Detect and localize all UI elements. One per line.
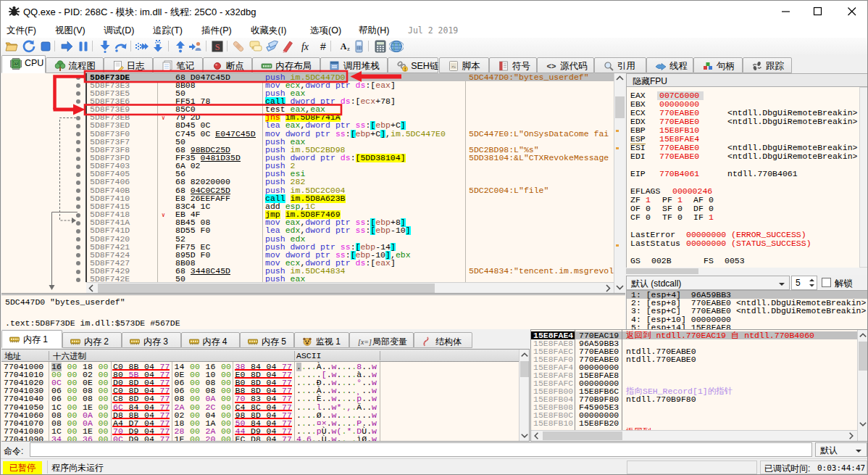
- scylla-button[interactable]: S: [210, 39, 225, 54]
- open-folder-button[interactable]: [4, 39, 19, 54]
- scroll-right-button[interactable]: [603, 283, 614, 294]
- tab-SEH链[interactable]: !SEH链: [388, 57, 438, 73]
- calculator-button[interactable]: [373, 39, 388, 54]
- restart-button[interactable]: [22, 39, 36, 54]
- menu-8[interactable]: 帮助(H): [359, 25, 389, 37]
- hash-button[interactable]: #: [316, 39, 330, 54]
- tab-源代码[interactable]: <>源代码: [537, 57, 594, 73]
- scroll-thumb[interactable]: [615, 96, 625, 118]
- dump-row[interactable]: 770410501C001E006C8404772A002C00C48C0477…: [1, 403, 530, 411]
- scroll-down-button[interactable]: [858, 419, 868, 429]
- registers-hscrollbar[interactable]: [626, 268, 868, 275]
- disasm-vscrollbar[interactable]: [614, 73, 625, 293]
- tab-结构体[interactable]: 结构体: [414, 332, 472, 348]
- step-out-button[interactable]: [151, 39, 165, 54]
- scroll-thumb[interactable]: [859, 342, 867, 371]
- scroll-up-button[interactable]: [858, 331, 868, 341]
- stack-view[interactable]: 15E8FAE4770EAC19返回到 ntdll.770EAC19 自 ntd…: [530, 329, 868, 442]
- dump-row[interactable]: 770410200C000E00D08D047706000800B08D0477…: [1, 379, 530, 387]
- labels-button[interactable]: [264, 39, 279, 54]
- minimize-button[interactable]: [769, 1, 802, 22]
- menu-7[interactable]: 选项(O): [310, 25, 341, 37]
- scroll-thumb[interactable]: [543, 431, 622, 440]
- tab-内存 3[interactable]: 内存 3: [122, 332, 181, 348]
- stack-row[interactable]: 15E8FB1015E8FB20: [531, 419, 868, 427]
- unlock-checkbox[interactable]: [822, 278, 831, 287]
- scroll-thumb[interactable]: [98, 284, 435, 293]
- menu-4[interactable]: 追踪(T): [153, 25, 183, 37]
- scroll-down-button[interactable]: [519, 431, 530, 441]
- dump-row[interactable]: 770410801C001E0070D9047728002A0044D90477…: [1, 427, 530, 435]
- tab-内存 1[interactable]: 内存 1: [1, 330, 62, 348]
- dump-row[interactable]: 7704101000000200805B04770E001000E08D0477…: [1, 371, 530, 379]
- stack-vscrollbar[interactable]: [857, 330, 868, 441]
- run-to-user-code-button[interactable]: [188, 39, 202, 54]
- command-input[interactable]: [30, 442, 812, 457]
- fx-functions-button[interactable]: fx: [298, 39, 312, 54]
- calling-convention-combo[interactable]: 默认 (stdcall): [626, 276, 790, 290]
- run-button[interactable]: [59, 39, 74, 54]
- dump-row[interactable]: 7704106008000A00D88B047702000400988D0477…: [1, 411, 530, 419]
- tab-引用[interactable]: 引用: [594, 57, 646, 73]
- patches-button[interactable]: [231, 39, 246, 54]
- dump-row[interactable]: 7704100016001800C08B04771400160038840477…: [1, 363, 530, 371]
- tab-日志[interactable]: 日志: [104, 57, 154, 73]
- stop-button[interactable]: [38, 39, 53, 54]
- tab-监视 1[interactable]: 监视 1: [294, 332, 349, 348]
- pause-button[interactable]: [76, 39, 91, 54]
- comment-button[interactable]: [249, 39, 263, 54]
- menu-3[interactable]: 调试(D): [104, 25, 134, 37]
- memory-dump-view[interactable]: 地址十六进制ASCII7704100016001800C08B047714001…: [1, 349, 530, 442]
- tab-断点[interactable]: 断点: [203, 57, 253, 73]
- tab-线程[interactable]: 线程: [646, 57, 693, 73]
- arguments-view[interactable]: 1: [esp+4] 96A59BB32: [esp+8] 770EABE0 <…: [626, 290, 868, 331]
- disassembly-view[interactable]: 5D8F73DE68 D047C45Dpush im.5DC447D05DC44…: [1, 73, 625, 294]
- globe-button[interactable]: [389, 39, 404, 54]
- run-to-selection-button[interactable]: [135, 39, 149, 54]
- menu-6[interactable]: 收藏夹(I): [251, 25, 286, 37]
- scroll-thumb[interactable]: [520, 361, 529, 377]
- scroll-left-button[interactable]: [86, 283, 97, 294]
- stack-hscrollbar[interactable]: [531, 430, 857, 441]
- dump-row[interactable]: 77041090340036000CD904771E002000ECD80477…: [1, 435, 530, 442]
- tab-内存 5[interactable]: 内存 5: [240, 332, 294, 348]
- step-over-button[interactable]: [114, 39, 128, 54]
- hide-fpu-button[interactable]: 隐藏FPU: [626, 73, 868, 87]
- tab-句柄[interactable]: 句柄: [693, 57, 743, 73]
- tab-脚本[interactable]: <›脚本: [439, 57, 489, 73]
- tab-跟踪[interactable]: 跟踪: [743, 57, 792, 73]
- scroll-left-button[interactable]: [532, 431, 542, 441]
- dump-row[interactable]: 7704103006000800C08D047706000800B88D0477…: [1, 387, 530, 395]
- registers-view[interactable]: EAX007C6000EBX00000000ECX770EABE0<ntdll.…: [626, 87, 868, 274]
- dump-row[interactable]: 7704104006000800C88D047708000A0070830477…: [1, 395, 530, 402]
- tab-符号[interactable]: 符号: [489, 57, 537, 73]
- menu-2[interactable]: 视图(V): [55, 25, 85, 37]
- tab-笔记[interactable]: 笔记: [153, 57, 203, 73]
- step-into-button[interactable]: [98, 39, 112, 54]
- menu-1[interactable]: 文件(F): [7, 25, 36, 37]
- tab-CPU[interactable]: 32CPU: [1, 55, 46, 73]
- az-strings-button[interactable]: Az: [337, 39, 351, 54]
- scroll-up-button[interactable]: [614, 73, 625, 84]
- highlight-button[interactable]: [280, 39, 295, 54]
- args-count-spinner[interactable]: 5: [791, 276, 817, 290]
- scroll-down-button[interactable]: [614, 282, 625, 293]
- tab-内存布局[interactable]: 内存布局: [252, 57, 320, 73]
- tab-流程图[interactable]: 流程图: [46, 57, 104, 73]
- handles-phone-button[interactable]: [352, 39, 367, 54]
- tab-内存 2[interactable]: 内存 2: [62, 332, 122, 348]
- dump-vscrollbar[interactable]: [519, 350, 530, 442]
- tab-局部变量[interactable]: [x=]局部变量: [349, 332, 414, 348]
- tab-内存 4[interactable]: 内存 4: [181, 332, 241, 348]
- scroll-thumb[interactable]: [626, 268, 698, 274]
- registers-vscrollbar[interactable]: [859, 87, 868, 268]
- disasm-hscrollbar[interactable]: [86, 282, 614, 293]
- command-combo[interactable]: 默认: [815, 442, 867, 457]
- dump-row[interactable]: 7704107008000A00A4D7047718001A0050840477…: [1, 419, 530, 427]
- tab-调用堆栈[interactable]: 调用堆栈: [320, 57, 388, 73]
- scroll-right-button[interactable]: [846, 431, 856, 441]
- execute-till-return-button[interactable]: [173, 39, 188, 54]
- menu-5[interactable]: 插件(P): [201, 25, 232, 37]
- maximize-button[interactable]: [801, 1, 834, 22]
- scroll-up-button[interactable]: [519, 350, 530, 360]
